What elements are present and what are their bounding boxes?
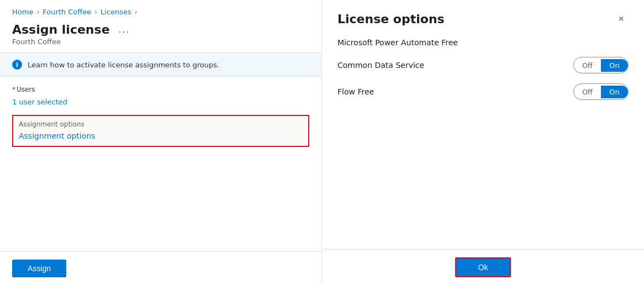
- toggle-on-flow-free[interactable]: On: [601, 86, 628, 98]
- panel-header: License options ×: [322, 0, 644, 36]
- breadcrumb-licenses[interactable]: Licenses: [101, 8, 131, 16]
- toggle-on-common-data-service[interactable]: On: [601, 59, 628, 72]
- form-section: *Users 1 user selected Assignment option…: [0, 77, 321, 251]
- breadcrumb-tenant[interactable]: Fourth Coffee: [43, 8, 91, 16]
- close-button[interactable]: ×: [614, 11, 629, 27]
- left-panel: Home › Fourth Coffee › Licenses › Assign…: [0, 0, 322, 285]
- toggle-row-flow-free: Flow Free Off On: [337, 83, 629, 100]
- breadcrumb-sep3: ›: [135, 8, 138, 16]
- page-subtitle: Fourth Coffee: [0, 38, 321, 52]
- license-name: Microsoft Power Automate Free: [337, 38, 629, 47]
- panel-title: License options: [337, 12, 445, 26]
- page-title: Assign license: [12, 23, 110, 36]
- ok-button[interactable]: Ok: [455, 257, 511, 277]
- page-title-row: Assign license ...: [0, 20, 321, 38]
- toggle-row-common-data-service: Common Data Service Off On: [337, 57, 629, 73]
- toggle-flow-free[interactable]: Off On: [573, 83, 629, 100]
- info-icon: i: [12, 60, 22, 70]
- ellipsis-button[interactable]: ...: [115, 23, 134, 36]
- toggle-off-common-data-service[interactable]: Off: [574, 59, 601, 72]
- toggle-label-flow-free: Flow Free: [337, 87, 374, 96]
- info-text: Learn how to activate license assignment…: [28, 61, 219, 69]
- toggle-off-flow-free[interactable]: Off: [574, 86, 601, 98]
- users-field-label: *Users: [12, 86, 309, 93]
- panel-body: Microsoft Power Automate Free Common Dat…: [322, 36, 644, 249]
- breadcrumb-sep1: ›: [36, 8, 39, 16]
- toggle-label-common-data-service: Common Data Service: [337, 61, 424, 70]
- user-selected-value[interactable]: 1 user selected: [12, 96, 309, 113]
- toggle-common-data-service[interactable]: Off On: [573, 57, 629, 73]
- assignment-options-section: Assignment options Assignment options: [12, 115, 309, 147]
- assign-button[interactable]: Assign: [12, 260, 66, 277]
- assignment-options-link[interactable]: Assignment options: [19, 131, 303, 140]
- left-footer: Assign: [0, 251, 321, 285]
- breadcrumb-home[interactable]: Home: [12, 8, 33, 16]
- breadcrumb-sep2: ›: [94, 8, 97, 16]
- breadcrumb: Home › Fourth Coffee › Licenses ›: [0, 0, 321, 20]
- info-bar: i Learn how to activate license assignme…: [0, 52, 321, 77]
- right-panel: License options × Microsoft Power Automa…: [322, 0, 644, 285]
- assignment-options-label: Assignment options: [19, 120, 303, 128]
- users-label-text: Users: [17, 86, 35, 93]
- required-asterisk: *: [12, 86, 15, 93]
- panel-footer: Ok: [322, 249, 644, 285]
